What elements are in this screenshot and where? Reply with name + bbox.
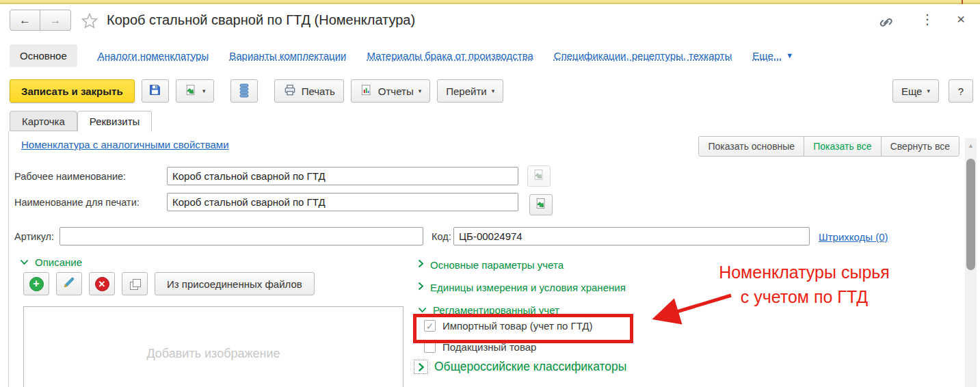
command-toolbar: Записать и закрыть ▾	[0, 75, 980, 107]
details-panel: Номенклатура с аналогичными свойствами П…	[8, 131, 980, 387]
section-description-label: Описание	[35, 256, 82, 268]
window-edge-marker	[962, 0, 963, 4]
close-icon[interactable]: ×	[957, 11, 965, 27]
delete-button[interactable]: ✕	[89, 272, 115, 295]
print-button[interactable]: Печать	[274, 79, 344, 103]
plus-icon: +	[29, 277, 44, 291]
section-main-accounting-params[interactable]: Основные параметры учета	[418, 258, 564, 271]
get-link-icon[interactable]	[877, 14, 894, 33]
nav-item-main[interactable]: Основное	[10, 44, 77, 67]
code-label: Код:	[432, 231, 451, 242]
scrollbar-thumb[interactable]	[966, 159, 975, 270]
chevron-right-icon	[418, 258, 424, 271]
x-icon: ✕	[95, 277, 109, 291]
vertical-scrollbar[interactable]: ▲	[965, 138, 977, 387]
report-chart-icon	[360, 83, 373, 99]
collapse-all-button[interactable]: Свернуть все	[881, 137, 959, 156]
navigation-row: Основное Аналоги номенклатуры Варианты к…	[0, 42, 980, 68]
back-button[interactable]: ←	[10, 10, 40, 31]
chevron-expanded-icon	[20, 256, 29, 268]
section-all-russian-classifiers[interactable]: Общероссийские классификаторы	[414, 360, 626, 374]
nav-more-label: Еще...	[752, 50, 782, 62]
copy-to-print-name-dropdown-button[interactable]: ▾	[176, 79, 214, 103]
save-and-close-button[interactable]: Записать и закрыть	[10, 79, 135, 103]
from-attached-files-button[interactable]: Из присоединенных файлов	[155, 272, 315, 295]
nav-link-variants[interactable]: Варианты комплектации	[229, 50, 346, 62]
working-name-input[interactable]	[167, 167, 518, 185]
registers-button[interactable]	[230, 79, 258, 103]
reports-dropdown-button[interactable]: Отчеты ▾	[351, 79, 430, 103]
print-name-input[interactable]	[167, 193, 518, 211]
copy-icon	[130, 279, 140, 289]
chevron-down-icon: ▾	[492, 88, 495, 94]
nomenclature-card-window: ← → Короб стальной сварной по ГТД (Номен…	[0, 0, 980, 387]
nav-more-dropdown[interactable]: Еще... ▼	[752, 50, 793, 62]
description-toolbar: + ✕ Из присоединенных файлов	[23, 272, 315, 295]
toolbar-right-group: Еще ▾ ?	[892, 75, 973, 107]
forward-button[interactable]: →	[40, 10, 71, 31]
article-label: Артикул:	[14, 231, 54, 242]
annotation-highlight-box	[413, 314, 633, 343]
pencil-icon	[62, 276, 76, 292]
page-title: Короб стальной сварной по ГТД (Номенклат…	[107, 12, 415, 28]
working-name-label: Рабочее наименование:	[14, 171, 126, 182]
barcodes-link[interactable]: Штрихкоды (0)	[819, 231, 888, 243]
save-button[interactable]	[142, 79, 169, 103]
reports-button-label: Отчеты	[378, 85, 414, 97]
more-actions-label: Еще	[901, 85, 923, 97]
favorite-star-icon[interactable]	[80, 12, 99, 34]
scroll-up-icon[interactable]: ▲	[965, 142, 977, 149]
document-green-arrow-icon	[532, 168, 546, 185]
tab-details[interactable]: Реквизиты	[77, 111, 153, 132]
copy-name-button-disabled[interactable]	[527, 165, 551, 187]
copy-button[interactable]	[122, 272, 148, 295]
chevron-down-icon: ▾	[202, 88, 206, 94]
article-input[interactable]	[59, 227, 423, 245]
chevron-right-icon	[414, 360, 428, 374]
show-all-button[interactable]: Показать все	[804, 137, 880, 156]
help-button[interactable]: ?	[949, 79, 973, 103]
document-green-arrow-icon	[534, 197, 548, 213]
chevron-right-icon	[418, 281, 424, 293]
copy-name-button[interactable]	[529, 194, 553, 215]
analog-properties-link[interactable]: Номенклатура с аналогичными свойствами	[21, 139, 229, 150]
printer-icon	[283, 83, 297, 99]
item-image-dropzone[interactable]: Добавить изображение	[23, 306, 403, 387]
view-mode-buttons: Показать основные Показать все Свернуть …	[698, 136, 959, 157]
more-menu-icon[interactable]: ⋮	[921, 11, 934, 27]
history-nav-buttons: ← →	[10, 10, 71, 31]
annotation-arrow	[630, 287, 739, 328]
chevron-down-icon: ▾	[419, 88, 422, 94]
chevron-down-icon: ▼	[786, 51, 793, 59]
print-name-label: Наименование для печати:	[14, 197, 140, 208]
annotation-text: Номенклатуры сырья с учетом по ГТД	[712, 260, 897, 309]
more-actions-dropdown-button[interactable]: Еще ▾	[892, 79, 939, 103]
nav-link-defect-materials[interactable]: Материалы брака от производства	[367, 50, 533, 62]
list-stack-icon	[238, 83, 250, 100]
window-header: ← → Короб стальной сварной по ГТД (Номен…	[0, 5, 980, 38]
goto-dropdown-button[interactable]: Перейти ▾	[437, 79, 503, 103]
add-button[interactable]: +	[23, 272, 49, 295]
section-description[interactable]: Описание	[20, 256, 82, 268]
show-main-button[interactable]: Показать основные	[699, 137, 804, 156]
print-button-label: Печать	[302, 85, 335, 97]
chevron-down-icon: ▾	[927, 88, 930, 94]
code-input[interactable]	[453, 227, 810, 245]
section-units-storage[interactable]: Единицы измерения и условия хранения	[418, 281, 626, 293]
document-green-arrow-icon	[184, 83, 198, 99]
nav-link-specifications[interactable]: Спецификации, рецептуры, техкарты	[554, 50, 732, 62]
nav-link-analogs[interactable]: Аналоги номенклатуры	[98, 50, 209, 62]
window-top-strip	[0, 0, 980, 4]
tab-card[interactable]: Карточка	[10, 111, 77, 131]
edit-button[interactable]	[56, 272, 82, 295]
image-placeholder-text: Добавить изображение	[24, 347, 403, 361]
goto-button-label: Перейти	[446, 85, 486, 97]
floppy-disk-icon	[148, 83, 162, 99]
form-tabs: Карточка Реквизиты	[10, 111, 152, 132]
